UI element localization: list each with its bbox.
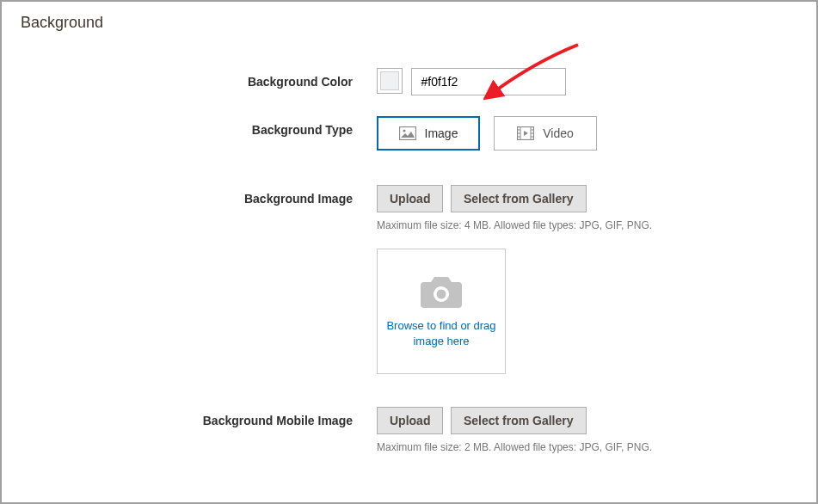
- label-background-color: Background Color: [2, 68, 377, 89]
- image-icon: [399, 126, 416, 140]
- label-background-image: Background Image: [2, 185, 377, 206]
- upload-button[interactable]: Upload: [377, 185, 443, 212]
- svg-point-1: [403, 129, 405, 132]
- upload-mobile-button[interactable]: Upload: [377, 407, 443, 434]
- svg-rect-0: [399, 127, 415, 140]
- panel-title: Background: [2, 2, 816, 32]
- mobile-hint: Maximum file size: 2 MB. Allowed file ty…: [377, 441, 816, 453]
- row-background-mobile-image: Background Mobile Image Upload Select fr…: [2, 407, 816, 453]
- select-from-gallery-button[interactable]: Select from Gallery: [451, 185, 587, 212]
- type-option-video[interactable]: Video: [494, 116, 597, 151]
- label-background-mobile-image: Background Mobile Image: [2, 407, 377, 427]
- select-from-gallery-mobile-button[interactable]: Select from Gallery: [451, 407, 587, 434]
- type-option-video-label: Video: [543, 126, 574, 140]
- row-background-type: Background Type Image: [2, 116, 816, 151]
- background-settings-panel: Background Background Color Background T…: [0, 0, 818, 504]
- color-swatch-inner: [380, 71, 399, 90]
- svg-point-12: [437, 289, 446, 298]
- row-background-image: Background Image Upload Select from Gall…: [2, 185, 816, 374]
- dropzone-text: Browse to find or drag image here: [378, 318, 505, 349]
- row-background-color: Background Color: [2, 68, 816, 95]
- image-dropzone[interactable]: Browse to find or drag image here: [377, 249, 506, 374]
- type-option-image-label: Image: [425, 126, 458, 140]
- label-background-type: Background Type: [2, 116, 377, 137]
- type-option-image[interactable]: Image: [377, 116, 480, 151]
- color-swatch[interactable]: [377, 68, 403, 94]
- camera-icon: [419, 274, 464, 310]
- image-hint: Maximum file size: 4 MB. Allowed file ty…: [377, 219, 816, 231]
- background-color-input[interactable]: [411, 68, 566, 95]
- video-icon: [517, 126, 534, 140]
